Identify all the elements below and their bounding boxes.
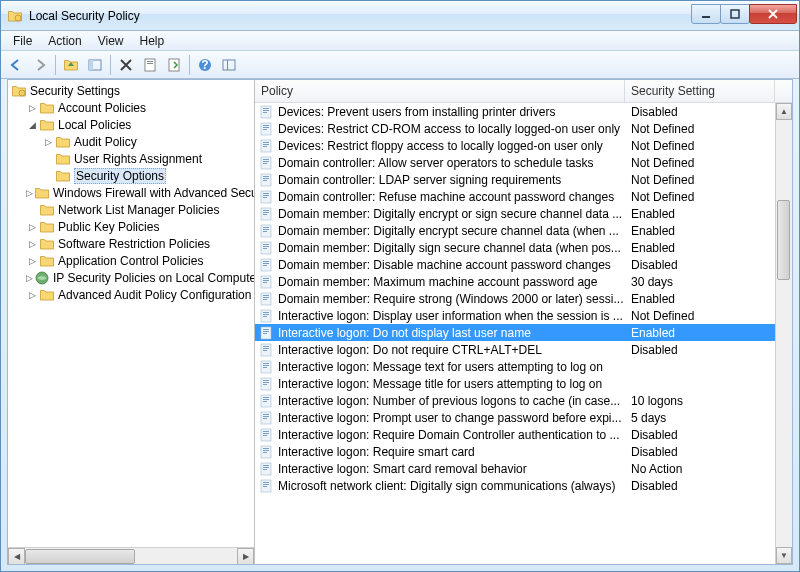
policy-row[interactable]: Devices: Restrict floppy access to local… bbox=[255, 137, 792, 154]
policy-row[interactable]: Devices: Restrict CD-ROM access to local… bbox=[255, 120, 792, 137]
list-body[interactable]: Devices: Prevent users from installing p… bbox=[255, 103, 792, 564]
policy-row[interactable]: Domain member: Digitally sign secure cha… bbox=[255, 239, 792, 256]
policy-setting: Not Defined bbox=[627, 173, 792, 187]
refresh-button[interactable] bbox=[218, 54, 240, 76]
svg-rect-12 bbox=[147, 63, 153, 64]
expander-icon[interactable]: ▷ bbox=[42, 136, 54, 148]
menu-help[interactable]: Help bbox=[132, 32, 173, 50]
policy-setting: Enabled bbox=[627, 241, 792, 255]
policy-row[interactable]: Interactive logon: Require Domain Contro… bbox=[255, 426, 792, 443]
policy-row[interactable]: Interactive logon: Message text for user… bbox=[255, 358, 792, 375]
policy-icon bbox=[259, 461, 275, 477]
show-hide-tree-button[interactable] bbox=[84, 54, 106, 76]
policy-row[interactable]: Domain controller: Refuse machine accoun… bbox=[255, 188, 792, 205]
tree-body[interactable]: Security Settings▷Account Policies◢Local… bbox=[8, 80, 254, 547]
app-icon bbox=[7, 8, 23, 24]
expander-icon[interactable]: ▷ bbox=[26, 255, 38, 267]
window-title: Local Security Policy bbox=[29, 9, 692, 23]
policy-row[interactable]: Interactive logon: Require smart cardDis… bbox=[255, 443, 792, 460]
expander-icon[interactable]: ▷ bbox=[26, 102, 38, 114]
expander-icon[interactable]: ▷ bbox=[26, 187, 33, 199]
tree-root[interactable]: Security Settings bbox=[8, 82, 254, 99]
tree-label: Advanced Audit Policy Configuration bbox=[58, 288, 251, 302]
policy-row[interactable]: Domain member: Disable machine account p… bbox=[255, 256, 792, 273]
expander-icon[interactable] bbox=[42, 153, 54, 165]
tree-item[interactable]: Security Options bbox=[8, 167, 254, 184]
policy-row[interactable]: Microsoft network client: Digitally sign… bbox=[255, 477, 792, 494]
tree-item[interactable]: ▷Application Control Policies bbox=[8, 252, 254, 269]
up-button[interactable] bbox=[60, 54, 82, 76]
scroll-thumb[interactable] bbox=[777, 200, 790, 280]
policy-row[interactable]: Interactive logon: Display user informat… bbox=[255, 307, 792, 324]
scroll-down-button[interactable]: ▼ bbox=[776, 547, 792, 564]
tree-item[interactable]: ▷Audit Policy bbox=[8, 133, 254, 150]
scroll-track[interactable] bbox=[25, 548, 237, 565]
forward-button[interactable] bbox=[29, 54, 51, 76]
tree-item[interactable]: Network List Manager Policies bbox=[8, 201, 254, 218]
policy-row[interactable]: Domain member: Digitally encrypt or sign… bbox=[255, 205, 792, 222]
export-button[interactable] bbox=[163, 54, 185, 76]
close-button[interactable] bbox=[749, 4, 797, 24]
minimize-button[interactable] bbox=[691, 4, 721, 24]
svg-rect-9 bbox=[89, 60, 93, 70]
back-button[interactable] bbox=[5, 54, 27, 76]
expander-icon[interactable] bbox=[42, 170, 54, 182]
maximize-button[interactable] bbox=[720, 4, 750, 24]
scroll-thumb[interactable] bbox=[25, 549, 135, 564]
expander-icon[interactable]: ▷ bbox=[26, 238, 38, 250]
tree-item[interactable]: ▷Windows Firewall with Advanced Secu bbox=[8, 184, 254, 201]
policy-icon bbox=[259, 444, 275, 460]
tree-hscrollbar[interactable]: ◀ ▶ bbox=[8, 547, 254, 564]
tree-item[interactable]: ▷Software Restriction Policies bbox=[8, 235, 254, 252]
menu-view[interactable]: View bbox=[90, 32, 132, 50]
policy-row[interactable]: Interactive logon: Do not display last u… bbox=[255, 324, 792, 341]
policy-setting: Enabled bbox=[627, 326, 792, 340]
menu-file[interactable]: File bbox=[5, 32, 40, 50]
svg-rect-10 bbox=[145, 59, 155, 71]
column-header-setting[interactable]: Security Setting bbox=[625, 80, 775, 102]
tree-item[interactable]: ◢Local Policies bbox=[8, 116, 254, 133]
policy-row[interactable]: Domain controller: LDAP server signing r… bbox=[255, 171, 792, 188]
policy-row[interactable]: Interactive logon: Prompt user to change… bbox=[255, 409, 792, 426]
policy-icon bbox=[259, 410, 275, 426]
delete-button[interactable] bbox=[115, 54, 137, 76]
expander-icon[interactable]: ▷ bbox=[26, 272, 33, 284]
scroll-up-button[interactable]: ▲ bbox=[776, 103, 792, 120]
policy-row[interactable]: Domain member: Require strong (Windows 2… bbox=[255, 290, 792, 307]
expander-icon[interactable]: ◢ bbox=[26, 119, 38, 131]
tree-item[interactable]: ▷Public Key Policies bbox=[8, 218, 254, 235]
scroll-left-button[interactable]: ◀ bbox=[8, 548, 25, 565]
properties-button[interactable] bbox=[139, 54, 161, 76]
column-header-policy[interactable]: Policy bbox=[255, 80, 625, 102]
menu-action[interactable]: Action bbox=[40, 32, 89, 50]
tree-item[interactable]: ▷Advanced Audit Policy Configuration bbox=[8, 286, 254, 303]
tree-item[interactable]: User Rights Assignment bbox=[8, 150, 254, 167]
policy-setting: Disabled bbox=[627, 105, 792, 119]
policy-name: Interactive logon: Require smart card bbox=[278, 445, 627, 459]
policy-icon bbox=[259, 189, 275, 205]
expander-icon[interactable] bbox=[26, 204, 38, 216]
scroll-right-button[interactable]: ▶ bbox=[237, 548, 254, 565]
policy-row[interactable]: Interactive logon: Number of previous lo… bbox=[255, 392, 792, 409]
tree-item[interactable]: ▷Account Policies bbox=[8, 99, 254, 116]
tree-item[interactable]: ▷IP Security Policies on Local Compute bbox=[8, 269, 254, 286]
policy-setting: Not Defined bbox=[627, 139, 792, 153]
window: Local Security Policy File Action View H… bbox=[0, 0, 800, 572]
policy-row[interactable]: Domain controller: Allow server operator… bbox=[255, 154, 792, 171]
titlebar[interactable]: Local Security Policy bbox=[1, 1, 799, 31]
policy-icon bbox=[259, 308, 275, 324]
policy-row[interactable]: Domain member: Digitally encrypt secure … bbox=[255, 222, 792, 239]
expander-icon[interactable]: ▷ bbox=[26, 289, 38, 301]
policy-row[interactable]: Interactive logon: Smart card removal be… bbox=[255, 460, 792, 477]
scroll-track[interactable] bbox=[776, 120, 792, 547]
help-button[interactable]: ? bbox=[194, 54, 216, 76]
policy-row[interactable]: Interactive logon: Message title for use… bbox=[255, 375, 792, 392]
folder-icon bbox=[55, 168, 71, 184]
policy-row[interactable]: Devices: Prevent users from installing p… bbox=[255, 103, 792, 120]
policy-row[interactable]: Interactive logon: Do not require CTRL+A… bbox=[255, 341, 792, 358]
list-vscrollbar[interactable]: ▲ ▼ bbox=[775, 103, 792, 564]
policy-icon bbox=[259, 478, 275, 494]
expander-icon[interactable]: ▷ bbox=[26, 221, 38, 233]
tree-label: Public Key Policies bbox=[58, 220, 159, 234]
policy-row[interactable]: Domain member: Maximum machine account p… bbox=[255, 273, 792, 290]
